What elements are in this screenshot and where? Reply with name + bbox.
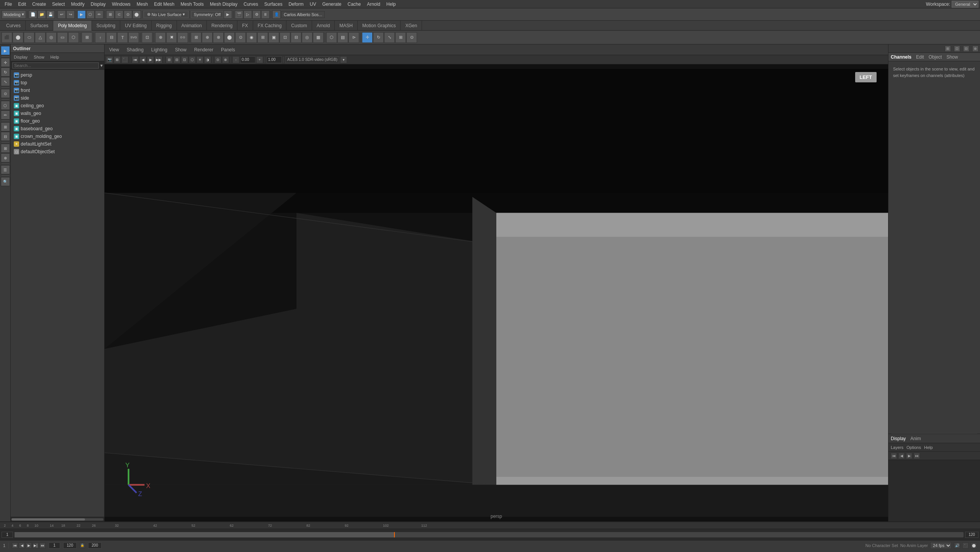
- scene-canvas[interactable]: Y X Z: [105, 64, 888, 521]
- bool-int-btn[interactable]: ◉: [246, 32, 257, 43]
- snap-point-btn[interactable]: ⊙: [124, 10, 132, 19]
- rph-btn-2[interactable]: ⊡: [954, 46, 960, 52]
- tab-fx[interactable]: FX: [237, 21, 253, 31]
- tab-surfaces[interactable]: Surfaces: [26, 21, 53, 31]
- shadows-btn[interactable]: ◑: [204, 56, 211, 63]
- paint-tool[interactable]: ✏: [1, 110, 10, 120]
- menu-surfaces[interactable]: Surfaces: [261, 1, 285, 8]
- end-frame-input[interactable]: [965, 532, 978, 538]
- quad-draw-btn[interactable]: ▦: [313, 32, 324, 43]
- gamma-field[interactable]: [267, 56, 282, 63]
- menu-uv[interactable]: UV: [307, 1, 319, 8]
- relax-btn[interactable]: ◎: [302, 32, 312, 43]
- menu-cache[interactable]: Cache: [344, 1, 364, 8]
- tab-motion-graphics[interactable]: Motion Graphics: [358, 21, 401, 31]
- key-btn[interactable]: ⬤: [971, 542, 977, 549]
- next-frame-btn[interactable]: ▶: [147, 56, 154, 63]
- range-end-2-input[interactable]: [88, 542, 101, 549]
- svg-btn[interactable]: SVG: [128, 32, 139, 43]
- soft-select-tool[interactable]: ⊙: [1, 89, 10, 98]
- grid-btn[interactable]: ⊡: [181, 56, 188, 63]
- nav-prev-btn[interactable]: ⏮: [891, 453, 897, 459]
- open-file-btn[interactable]: 📁: [38, 10, 46, 19]
- keep-faces-btn[interactable]: ▤: [337, 32, 348, 43]
- ch-tab-channels[interactable]: Channels: [891, 54, 911, 60]
- exposure-field[interactable]: [240, 56, 255, 63]
- outliner-item-baseboard-geo[interactable]: ▣ baseboard_geo: [11, 125, 104, 133]
- ch-tab-object[interactable]: Object: [929, 54, 942, 60]
- snap-grid[interactable]: ⊞: [1, 144, 10, 153]
- vp-tab-panels[interactable]: Panels: [218, 46, 238, 53]
- auto-key-btn[interactable]: ⚫: [962, 542, 969, 549]
- ipr-btn[interactable]: ▷: [244, 10, 252, 19]
- render-settings-btn[interactable]: ⚙: [252, 10, 261, 19]
- play-btn[interactable]: ▶: [26, 542, 32, 549]
- lasso-tool[interactable]: ⬡: [1, 101, 10, 110]
- menu-display[interactable]: Display: [88, 1, 109, 8]
- crease-btn[interactable]: ⊳: [348, 32, 359, 43]
- separate-btn[interactable]: ⊗: [213, 32, 224, 43]
- pause-btn[interactable]: ⏸: [261, 10, 270, 19]
- symmetry-btn[interactable]: Symmetry: Off: [191, 11, 223, 18]
- hide-manip[interactable]: ⊟: [1, 132, 10, 141]
- move-btn[interactable]: ✛: [362, 32, 373, 43]
- display-wireframe-btn[interactable]: ⊡: [142, 32, 152, 43]
- vp-tab-lighting[interactable]: Lighting: [148, 46, 170, 53]
- move-tool[interactable]: ✛: [1, 58, 10, 67]
- select-tool[interactable]: ▶: [1, 46, 10, 55]
- select-constraint-btn[interactable]: ⬡: [326, 32, 337, 43]
- menu-create[interactable]: Create: [29, 1, 49, 8]
- modeling-dropdown[interactable]: Modeling▾: [2, 10, 26, 19]
- range-end-input[interactable]: [63, 542, 77, 549]
- play-fwd-btn[interactable]: ▶▶: [155, 56, 162, 63]
- outliner-content[interactable]: 📷 persp 📷 top 📷 front 📷 side ▣ cei: [11, 70, 104, 517]
- menu-arnold[interactable]: Arnold: [364, 1, 383, 8]
- tab-custom[interactable]: Custom: [286, 21, 312, 31]
- tab-animation[interactable]: Animation: [177, 21, 207, 31]
- poly-btn[interactable]: ⬡: [68, 32, 79, 43]
- live-surface-btn[interactable]: ⊗ No Live Surface ▾: [144, 11, 188, 18]
- menu-edit-mesh[interactable]: Edit Mesh: [151, 1, 177, 8]
- tab-xgen[interactable]: XGen: [401, 21, 422, 31]
- bridge-btn[interactable]: ⊟: [106, 32, 117, 43]
- play-back-btn[interactable]: ⏮: [132, 56, 139, 63]
- exposure-plus[interactable]: +: [256, 56, 263, 63]
- conform-btn[interactable]: ⊡: [280, 32, 290, 43]
- tab-mash[interactable]: MASH: [335, 21, 358, 31]
- play-end-btn[interactable]: ⏭: [39, 542, 46, 549]
- scale-tool[interactable]: ⤡: [1, 77, 10, 86]
- redo-btn[interactable]: ↪: [66, 10, 75, 19]
- tool1-btn[interactable]: ⊕: [155, 32, 166, 43]
- next-frame-btn[interactable]: ▶|: [33, 542, 39, 549]
- isolate-btn[interactable]: ⊙: [214, 56, 221, 63]
- tab-curves[interactable]: Curves: [2, 21, 26, 31]
- outliner-tab-show[interactable]: Show: [31, 54, 47, 60]
- outliner-tab-help[interactable]: Help: [47, 54, 62, 60]
- tab-arnold[interactable]: Arnold: [312, 21, 335, 31]
- mirror-btn[interactable]: ⊞: [191, 32, 201, 43]
- disp-tab-anim[interactable]: Anim: [910, 436, 921, 441]
- prev-frame-btn[interactable]: ◀: [139, 56, 146, 63]
- menu-file[interactable]: File: [2, 1, 15, 8]
- show-manip[interactable]: ⊞: [1, 122, 10, 131]
- cone-btn[interactable]: △: [35, 32, 46, 43]
- tab-rigging[interactable]: Rigging: [152, 21, 177, 31]
- nav-prev2-btn[interactable]: ◀: [898, 453, 905, 459]
- timeline-bar[interactable]: [15, 532, 964, 537]
- nav-next2-btn[interactable]: ⏭: [914, 453, 920, 459]
- tab-fx-caching[interactable]: FX Caching: [253, 21, 287, 31]
- menu-edit[interactable]: Edit: [15, 1, 29, 8]
- current-frame-input[interactable]: [2, 532, 13, 538]
- user-btn[interactable]: 👤: [272, 10, 281, 19]
- ch-tab-show[interactable]: Show: [946, 54, 958, 60]
- search-dropdown-icon[interactable]: ▾: [100, 63, 103, 68]
- rotate-btn[interactable]: ↻: [373, 32, 384, 43]
- save-file-btn[interactable]: 💾: [46, 10, 55, 19]
- torus-btn[interactable]: ◎: [46, 32, 57, 43]
- tab-rendering[interactable]: Rendering: [207, 21, 237, 31]
- tab-poly-modeling[interactable]: Poly Modeling: [53, 21, 92, 31]
- smooth-btn[interactable]: ⊞: [82, 32, 92, 43]
- outliner-item-crown-molding-geo[interactable]: ▣ crown_molding_geo: [11, 133, 104, 140]
- play-back-btn[interactable]: ⏮: [12, 542, 18, 549]
- menu-mesh-tools[interactable]: Mesh Tools: [178, 1, 207, 8]
